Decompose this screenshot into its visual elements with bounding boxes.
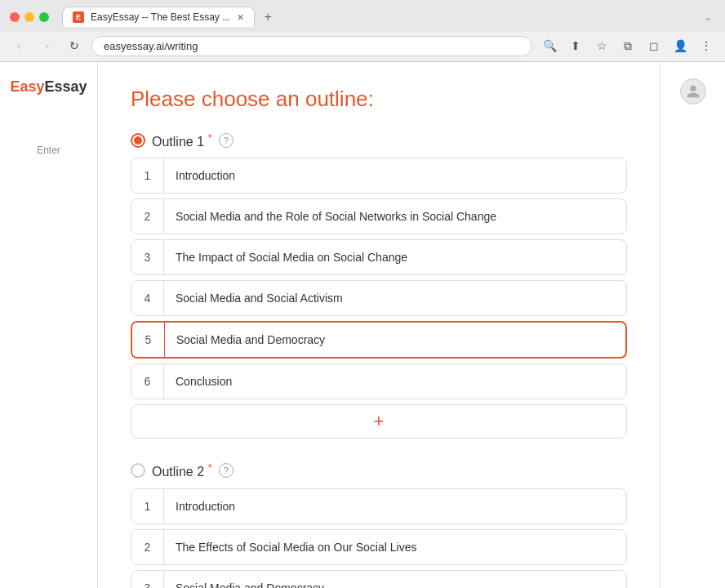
item-text: Introduction xyxy=(164,161,626,190)
outline-1-item-4[interactable]: 4 Social Media and Social Activism xyxy=(131,280,627,316)
browser-menu-dots-icon[interactable]: ⋮ xyxy=(696,35,717,56)
reload-button[interactable]: ↻ xyxy=(64,35,85,56)
main-layout: EasyEssay Enter Please choose an outline… xyxy=(0,62,725,588)
tab-close-icon[interactable]: ✕ xyxy=(237,12,244,23)
sidebar-enter-label: Enter xyxy=(37,145,60,156)
outline-2-radio[interactable] xyxy=(131,463,145,478)
toolbar-icons: 🔍 ⬆ ☆ ⧉ ◻ 👤 ⋮ xyxy=(539,35,717,56)
logo-easy: Easy xyxy=(10,78,44,95)
item-number: 1 xyxy=(131,489,164,523)
forward-button[interactable]: › xyxy=(36,35,57,56)
outline-2-item-1[interactable]: 1 Introduction xyxy=(131,488,627,524)
tab-title: EasyEssay -- The Best Essay ... xyxy=(91,11,230,23)
outline-1-item-1[interactable]: 1 Introduction xyxy=(131,158,627,194)
tab-favicon: E xyxy=(73,11,84,23)
outline-1-item-6[interactable]: 6 Conclusion xyxy=(131,363,627,399)
url-text: easyessay.ai/writing xyxy=(104,40,198,52)
bookmark-star-icon[interactable]: ☆ xyxy=(591,35,612,56)
window-controls xyxy=(10,12,49,22)
user-avatar[interactable] xyxy=(680,78,706,105)
logo: EasyEssay xyxy=(2,78,95,96)
browser-chrome: E EasyEssay -- The Best Essay ... ✕ + ⌄ … xyxy=(0,0,725,62)
plus-icon: + xyxy=(374,411,385,432)
outline-2-header: Outline 2 * ? xyxy=(131,461,627,479)
outline-1-radio[interactable] xyxy=(131,133,145,148)
item-text: Conclusion xyxy=(164,367,626,396)
page-title: Please choose an outline: xyxy=(131,87,627,112)
item-number: 3 xyxy=(131,240,164,274)
minimize-window-btn[interactable] xyxy=(24,12,34,22)
right-panel xyxy=(660,62,725,588)
tab-bar: E EasyEssay -- The Best Essay ... ✕ + xyxy=(62,7,694,27)
outline-1-section: Outline 1 * ? 1 Introduction 2 Social Me… xyxy=(131,131,627,439)
outline-1-items: 1 Introduction 2 Social Media and the Ro… xyxy=(131,158,627,439)
item-text: The Effects of Social Media on Our Socia… xyxy=(164,532,626,562)
outline-1-item-5[interactable]: 5 Social Media and Democracy xyxy=(131,321,627,359)
sidebar: EasyEssay Enter xyxy=(0,62,98,588)
item-text: Social Media and Democracy xyxy=(165,325,625,354)
outline-2-items: 1 Introduction 2 The Effects of Social M… xyxy=(131,488,627,588)
address-bar[interactable]: easyessay.ai/writing xyxy=(91,36,532,56)
outline-2-item-2[interactable]: 2 The Effects of Social Media on Our Soc… xyxy=(131,529,627,565)
outline-2-info-icon[interactable]: ? xyxy=(219,463,234,478)
outline-1-header: Outline 1 * ? xyxy=(131,131,627,149)
back-button[interactable]: ‹ xyxy=(8,35,29,56)
browser-toolbar: ‹ › ↻ easyessay.ai/writing 🔍 ⬆ ☆ ⧉ ◻ 👤 ⋮ xyxy=(0,32,725,61)
outline-2-label: Outline 2 * xyxy=(152,461,212,479)
add-outline-item-button[interactable]: + xyxy=(131,404,627,439)
extensions-icon[interactable]: ⧉ xyxy=(617,35,638,56)
maximize-window-btn[interactable] xyxy=(39,12,49,22)
item-number: 4 xyxy=(131,281,164,315)
content-area: Please choose an outline: Outline 1 * ? … xyxy=(98,62,660,588)
item-text: The Impact of Social Media on Social Cha… xyxy=(164,243,626,272)
outline-2-item-3[interactable]: 3 Social Media and Democracy xyxy=(131,570,627,588)
item-number: 5 xyxy=(132,323,165,357)
outline-2-section: Outline 2 * ? 1 Introduction 2 The Effec… xyxy=(131,461,627,588)
item-text: Social Media and Social Activism xyxy=(164,283,626,313)
item-text: Social Media and Democracy xyxy=(164,573,626,588)
logo-essay: Essay xyxy=(44,78,87,95)
outline-1-label: Outline 1 * xyxy=(152,131,212,149)
outline-1-info-icon[interactable]: ? xyxy=(219,133,234,148)
item-text: Introduction xyxy=(164,492,626,521)
outline-1-item-2[interactable]: 2 Social Media and the Role of Social Ne… xyxy=(131,198,627,234)
profile-icon[interactable]: ◻ xyxy=(643,35,665,56)
item-number: 2 xyxy=(131,199,164,234)
user-account-icon[interactable]: 👤 xyxy=(669,35,691,56)
search-icon[interactable]: 🔍 xyxy=(539,35,560,56)
outline-1-item-3[interactable]: 3 The Impact of Social Media on Social C… xyxy=(131,239,627,275)
item-number: 3 xyxy=(131,571,164,588)
browser-menu-icon[interactable]: ⌄ xyxy=(701,8,715,26)
item-number: 1 xyxy=(131,158,164,193)
item-text: Social Media and the Role of Social Netw… xyxy=(164,202,626,231)
active-tab[interactable]: E EasyEssay -- The Best Essay ... ✕ xyxy=(62,7,255,27)
new-tab-button[interactable]: + xyxy=(258,7,278,27)
item-number: 2 xyxy=(131,530,164,564)
bookmark-add-icon[interactable]: ⬆ xyxy=(565,35,586,56)
browser-titlebar: E EasyEssay -- The Best Essay ... ✕ + ⌄ xyxy=(0,0,725,32)
close-window-btn[interactable] xyxy=(10,12,20,22)
item-number: 6 xyxy=(131,364,164,399)
